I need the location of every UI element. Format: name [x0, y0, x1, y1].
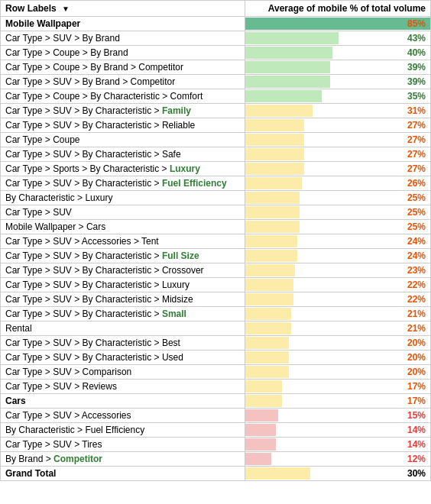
- row-label: Car Type > Sports > By Characteristic > …: [1, 162, 245, 176]
- table-row: Rental 21%: [1, 321, 431, 336]
- row-label: Car Type > SUV > By Characteristic > Mid…: [1, 292, 245, 307]
- row-label: Car Type > SUV > By Characteristic > Ful…: [1, 249, 245, 263]
- row-value: 27%: [245, 162, 430, 176]
- row-label: Cars: [1, 394, 245, 409]
- row-label: Car Type > SUV > By Brand: [1, 31, 245, 46]
- row-value: 20%: [245, 365, 430, 380]
- row-value: 22%: [245, 278, 430, 292]
- table-row: Car Type > Coupe > By Characteristic > C…: [1, 89, 431, 104]
- table-row: Car Type > Coupe > By Brand > Competitor…: [1, 60, 431, 75]
- main-table-container: Row Labels ▼ Average of mobile % of tota…: [0, 0, 431, 481]
- row-value: 40%: [245, 46, 430, 60]
- row-value: 23%: [245, 263, 430, 278]
- table-row: Car Type > SUV > Reviews 17%: [1, 380, 431, 394]
- row-value: 17%: [245, 394, 430, 409]
- row-label: Car Type > SUV > By Characteristic > Lux…: [1, 278, 245, 292]
- table-row: Car Type > SUV > Comparison 20%: [1, 365, 431, 380]
- row-value: 21%: [245, 307, 430, 321]
- row-value: 31%: [245, 104, 430, 118]
- data-table: Row Labels ▼ Average of mobile % of tota…: [0, 0, 431, 481]
- row-label: Car Type > SUV > By Characteristic > Cro…: [1, 263, 245, 278]
- table-row: Car Type > SUV > By Characteristic > Mid…: [1, 292, 431, 307]
- row-label: Rental: [1, 321, 245, 336]
- row-label: Car Type > SUV > By Characteristic > Use…: [1, 351, 245, 365]
- row-label: Car Type > Coupe: [1, 133, 245, 147]
- row-label: Car Type > SUV > Accessories > Tent: [1, 234, 245, 249]
- table-row: Car Type > SUV > By Characteristic > Fam…: [1, 104, 431, 118]
- row-label: Car Type > SUV: [1, 205, 245, 220]
- row-value: 39%: [245, 75, 430, 89]
- header-row: Row Labels ▼ Average of mobile % of tota…: [1, 1, 431, 17]
- table-row: Car Type > Coupe > By Brand 40%: [1, 46, 431, 60]
- row-label: Car Type > SUV > By Characteristic > Fue…: [1, 176, 245, 191]
- row-value: 14%: [245, 423, 430, 438]
- table-row: Car Type > SUV > By Characteristic > Fue…: [1, 176, 431, 191]
- table-row: Car Type > SUV > Tires 14%: [1, 438, 431, 452]
- table-row: Car Type > SUV > By Characteristic > Ful…: [1, 249, 431, 263]
- row-value: 25%: [245, 220, 430, 234]
- row-value: 26%: [245, 176, 430, 191]
- table-row: Mobile Wallpaper > Cars 25%: [1, 220, 431, 234]
- row-label: Car Type > SUV > By Characteristic > Sma…: [1, 307, 245, 321]
- table-row: By Characteristic > Fuel Efficiency 14%: [1, 423, 431, 438]
- table-row: By Characteristic > Luxury 25%: [1, 191, 431, 205]
- table-row: Car Type > SUV > By Characteristic > Bes…: [1, 336, 431, 351]
- table-row: Car Type > SUV > By Characteristic > Saf…: [1, 147, 431, 162]
- row-value: 17%: [245, 380, 430, 394]
- sort-icon[interactable]: ▼: [62, 5, 70, 13]
- row-label: Mobile Wallpaper: [1, 17, 245, 31]
- row-value: 14%: [245, 438, 430, 452]
- table-row: Car Type > SUV 25%: [1, 205, 431, 220]
- row-value: 27%: [245, 133, 430, 147]
- row-label: Car Type > Coupe > By Characteristic > C…: [1, 89, 245, 104]
- row-label: Car Type > Coupe > By Brand > Competitor: [1, 60, 245, 75]
- row-label: By Characteristic > Luxury: [1, 191, 245, 205]
- row-label: Car Type > SUV > Accessories: [1, 409, 245, 423]
- row-value: 25%: [245, 205, 430, 220]
- row-label: Mobile Wallpaper > Cars: [1, 220, 245, 234]
- row-value: 24%: [245, 234, 430, 249]
- table-row: By Brand > Competitor 12%: [1, 452, 431, 467]
- table-row: Car Type > Sports > By Characteristic > …: [1, 162, 431, 176]
- table-row: Mobile Wallpaper 85%: [1, 17, 431, 31]
- row-value: 39%: [245, 60, 430, 75]
- table-row: Car Type > SUV > By Characteristic > Use…: [1, 351, 431, 365]
- table-row: Car Type > SUV > By Characteristic > Cro…: [1, 263, 431, 278]
- row-value: 24%: [245, 249, 430, 263]
- table-row: Car Type > SUV > By Brand > Competitor 3…: [1, 75, 431, 89]
- row-value: 12%: [245, 452, 430, 467]
- row-label: Car Type > SUV > By Characteristic > Rel…: [1, 118, 245, 133]
- table-row: Cars 17%: [1, 394, 431, 409]
- col-row-labels[interactable]: Row Labels ▼: [1, 1, 245, 17]
- row-value: 43%: [245, 31, 430, 46]
- table-row: Car Type > SUV > By Characteristic > Lux…: [1, 278, 431, 292]
- row-value: 85%: [245, 17, 430, 31]
- row-label: Car Type > SUV > By Characteristic > Bes…: [1, 336, 245, 351]
- row-label: Car Type > SUV > Reviews: [1, 380, 245, 394]
- table-row: Car Type > SUV > By Characteristic > Rel…: [1, 118, 431, 133]
- table-row: Car Type > SUV > Accessories 15%: [1, 409, 431, 423]
- row-label: By Characteristic > Fuel Efficiency: [1, 423, 245, 438]
- footer-label: Grand Total: [1, 467, 245, 481]
- row-label: Car Type > SUV > By Characteristic > Fam…: [1, 104, 245, 118]
- row-label: Car Type > SUV > By Characteristic > Saf…: [1, 147, 245, 162]
- row-label: By Brand > Competitor: [1, 452, 245, 467]
- row-value: 27%: [245, 147, 430, 162]
- table-row: Car Type > SUV > Accessories > Tent 24%: [1, 234, 431, 249]
- col-avg-mobile: Average of mobile % of total volume: [245, 1, 430, 17]
- row-label: Car Type > SUV > By Brand > Competitor: [1, 75, 245, 89]
- row-value: 35%: [245, 89, 430, 104]
- row-value: 27%: [245, 118, 430, 133]
- table-row: Car Type > SUV > By Brand 43%: [1, 31, 431, 46]
- table-row: Car Type > Coupe 27%: [1, 133, 431, 147]
- row-value: 22%: [245, 292, 430, 307]
- col-row-labels-text: Row Labels: [5, 3, 57, 14]
- row-label: Car Type > SUV > Tires: [1, 438, 245, 452]
- footer-row: Grand Total 30%: [1, 467, 431, 481]
- row-label: Car Type > Coupe > By Brand: [1, 46, 245, 60]
- row-value: 15%: [245, 409, 430, 423]
- footer-value: 30%: [245, 467, 430, 481]
- row-value: 25%: [245, 191, 430, 205]
- row-value: 20%: [245, 351, 430, 365]
- row-value: 21%: [245, 321, 430, 336]
